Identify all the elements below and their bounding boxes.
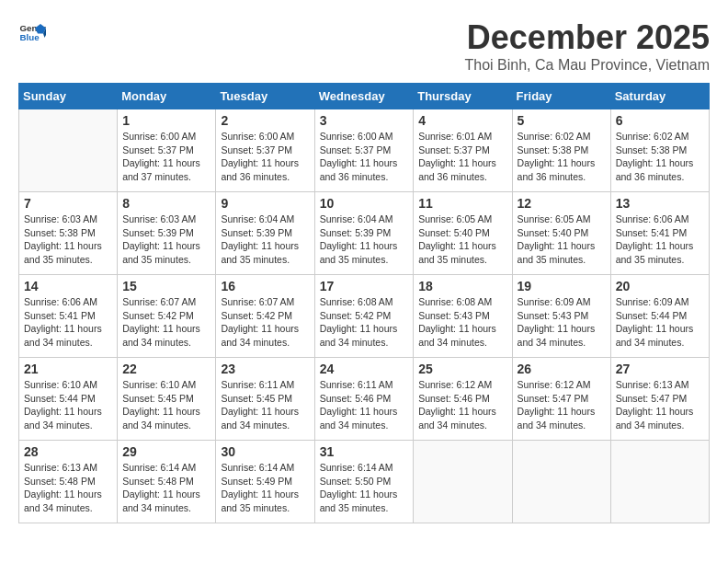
day-number: 6 — [616, 113, 704, 128]
calendar-week-row: 1Sunrise: 6:00 AMSunset: 5:37 PMDaylight… — [19, 109, 710, 192]
day-number: 21 — [24, 362, 112, 376]
day-number: 22 — [122, 362, 210, 376]
header-thursday: Thursday — [414, 84, 512, 109]
day-number: 20 — [616, 279, 704, 293]
calendar-week-row: 7Sunrise: 6:03 AMSunset: 5:38 PMDaylight… — [19, 192, 710, 275]
calendar-cell: 17Sunrise: 6:08 AMSunset: 5:42 PMDayligh… — [314, 275, 414, 358]
header-tuesday: Tuesday — [216, 84, 314, 109]
day-info: Sunrise: 6:03 AMSunset: 5:38 PMDaylight:… — [24, 213, 112, 267]
day-info: Sunrise: 6:11 AMSunset: 5:46 PMDaylight:… — [320, 378, 409, 432]
calendar-cell: 28Sunrise: 6:13 AMSunset: 5:48 PMDayligh… — [19, 441, 118, 523]
day-info: Sunrise: 6:14 AMSunset: 5:48 PMDaylight:… — [122, 461, 210, 515]
day-number: 1 — [122, 113, 210, 128]
calendar-cell: 13Sunrise: 6:06 AMSunset: 5:41 PMDayligh… — [610, 192, 709, 275]
day-info: Sunrise: 6:02 AMSunset: 5:38 PMDaylight:… — [616, 130, 704, 184]
calendar-cell: 26Sunrise: 6:12 AMSunset: 5:47 PMDayligh… — [512, 358, 610, 441]
day-info: Sunrise: 6:07 AMSunset: 5:42 PMDaylight:… — [122, 295, 210, 350]
location-title: Thoi Binh, Ca Mau Province, Vietnam — [465, 57, 711, 74]
day-info: Sunrise: 6:09 AMSunset: 5:44 PMDaylight:… — [616, 295, 704, 350]
calendar-cell: 8Sunrise: 6:03 AMSunset: 5:39 PMDaylight… — [118, 192, 216, 275]
calendar-cell: 5Sunrise: 6:02 AMSunset: 5:38 PMDaylight… — [512, 109, 610, 192]
day-info: Sunrise: 6:03 AMSunset: 5:39 PMDaylight:… — [122, 213, 210, 267]
logo: General Blue — [18, 18, 46, 46]
header-monday: Monday — [118, 84, 216, 109]
day-info: Sunrise: 6:10 AMSunset: 5:44 PMDaylight:… — [24, 378, 112, 432]
day-info: Sunrise: 6:13 AMSunset: 5:48 PMDaylight:… — [24, 461, 112, 515]
day-number: 15 — [122, 279, 210, 293]
calendar-cell: 10Sunrise: 6:04 AMSunset: 5:39 PMDayligh… — [314, 192, 414, 275]
day-info: Sunrise: 6:00 AMSunset: 5:37 PMDaylight:… — [122, 130, 210, 184]
day-number: 31 — [320, 444, 409, 459]
svg-text:Blue: Blue — [20, 32, 40, 42]
day-info: Sunrise: 6:12 AMSunset: 5:46 PMDaylight:… — [418, 378, 506, 432]
calendar-table: SundayMondayTuesdayWednesdayThursdayFrid… — [18, 83, 710, 523]
calendar-cell: 21Sunrise: 6:10 AMSunset: 5:44 PMDayligh… — [19, 358, 118, 441]
calendar-cell: 15Sunrise: 6:07 AMSunset: 5:42 PMDayligh… — [118, 275, 216, 358]
day-info: Sunrise: 6:00 AMSunset: 5:37 PMDaylight:… — [320, 130, 409, 184]
day-number: 5 — [518, 113, 606, 128]
day-info: Sunrise: 6:12 AMSunset: 5:47 PMDaylight:… — [518, 378, 606, 432]
day-number: 3 — [320, 113, 409, 128]
calendar-cell: 24Sunrise: 6:11 AMSunset: 5:46 PMDayligh… — [314, 358, 414, 441]
calendar-cell: 3Sunrise: 6:00 AMSunset: 5:37 PMDaylight… — [314, 109, 414, 192]
calendar-cell: 18Sunrise: 6:08 AMSunset: 5:43 PMDayligh… — [414, 275, 512, 358]
calendar-cell: 30Sunrise: 6:14 AMSunset: 5:49 PMDayligh… — [216, 441, 314, 523]
header-friday: Friday — [512, 84, 610, 109]
calendar-cell: 9Sunrise: 6:04 AMSunset: 5:39 PMDaylight… — [216, 192, 314, 275]
day-info: Sunrise: 6:06 AMSunset: 5:41 PMDaylight:… — [616, 213, 704, 267]
day-info: Sunrise: 6:04 AMSunset: 5:39 PMDaylight:… — [221, 213, 309, 267]
day-info: Sunrise: 6:11 AMSunset: 5:45 PMDaylight:… — [221, 378, 309, 432]
calendar-week-row: 14Sunrise: 6:06 AMSunset: 5:41 PMDayligh… — [19, 275, 710, 358]
calendar-cell: 14Sunrise: 6:06 AMSunset: 5:41 PMDayligh… — [19, 275, 118, 358]
calendar-cell: 1Sunrise: 6:00 AMSunset: 5:37 PMDaylight… — [118, 109, 216, 192]
calendar-week-row: 21Sunrise: 6:10 AMSunset: 5:44 PMDayligh… — [19, 358, 710, 441]
title-block: December 2025 Thoi Binh, Ca Mau Province… — [465, 18, 711, 74]
calendar-cell: 20Sunrise: 6:09 AMSunset: 5:44 PMDayligh… — [610, 275, 709, 358]
calendar-cell: 12Sunrise: 6:05 AMSunset: 5:40 PMDayligh… — [512, 192, 610, 275]
day-info: Sunrise: 6:08 AMSunset: 5:42 PMDaylight:… — [320, 295, 409, 350]
calendar-cell — [512, 441, 610, 523]
day-info: Sunrise: 6:07 AMSunset: 5:42 PMDaylight:… — [221, 295, 309, 350]
day-number: 29 — [122, 444, 210, 459]
day-number: 7 — [24, 196, 112, 211]
day-number: 2 — [221, 113, 309, 128]
day-info: Sunrise: 6:01 AMSunset: 5:37 PMDaylight:… — [418, 130, 506, 184]
calendar-cell — [610, 441, 709, 523]
day-info: Sunrise: 6:14 AMSunset: 5:50 PMDaylight:… — [320, 461, 409, 515]
day-info: Sunrise: 6:04 AMSunset: 5:39 PMDaylight:… — [320, 213, 409, 267]
day-number: 30 — [221, 444, 309, 459]
day-info: Sunrise: 6:09 AMSunset: 5:43 PMDaylight:… — [518, 295, 606, 350]
calendar-cell: 7Sunrise: 6:03 AMSunset: 5:38 PMDaylight… — [19, 192, 118, 275]
calendar-cell: 16Sunrise: 6:07 AMSunset: 5:42 PMDayligh… — [216, 275, 314, 358]
calendar-header-row: SundayMondayTuesdayWednesdayThursdayFrid… — [19, 84, 710, 109]
day-number: 12 — [518, 196, 606, 211]
day-number: 11 — [418, 196, 506, 211]
page-header: General Blue December 2025 Thoi Binh, Ca… — [18, 18, 710, 74]
day-number: 13 — [616, 196, 704, 211]
day-number: 28 — [24, 444, 112, 459]
day-number: 23 — [221, 362, 309, 376]
calendar-cell: 19Sunrise: 6:09 AMSunset: 5:43 PMDayligh… — [512, 275, 610, 358]
calendar-cell: 4Sunrise: 6:01 AMSunset: 5:37 PMDaylight… — [414, 109, 512, 192]
day-number: 26 — [518, 362, 606, 376]
day-info: Sunrise: 6:08 AMSunset: 5:43 PMDaylight:… — [418, 295, 506, 350]
calendar-week-row: 28Sunrise: 6:13 AMSunset: 5:48 PMDayligh… — [19, 441, 710, 523]
day-number: 19 — [518, 279, 606, 293]
month-title: December 2025 — [465, 18, 711, 57]
calendar-cell — [19, 109, 118, 192]
calendar-cell — [414, 441, 512, 523]
day-info: Sunrise: 6:02 AMSunset: 5:38 PMDaylight:… — [518, 130, 606, 184]
day-number: 18 — [418, 279, 506, 293]
day-number: 8 — [122, 196, 210, 211]
header-sunday: Sunday — [19, 84, 118, 109]
calendar-cell: 27Sunrise: 6:13 AMSunset: 5:47 PMDayligh… — [610, 358, 709, 441]
day-number: 25 — [418, 362, 506, 376]
calendar-cell: 6Sunrise: 6:02 AMSunset: 5:38 PMDaylight… — [610, 109, 709, 192]
calendar-cell: 2Sunrise: 6:00 AMSunset: 5:37 PMDaylight… — [216, 109, 314, 192]
day-number: 16 — [221, 279, 309, 293]
day-info: Sunrise: 6:05 AMSunset: 5:40 PMDaylight:… — [418, 213, 506, 267]
day-info: Sunrise: 6:13 AMSunset: 5:47 PMDaylight:… — [616, 378, 704, 432]
day-number: 24 — [320, 362, 409, 376]
calendar-cell: 31Sunrise: 6:14 AMSunset: 5:50 PMDayligh… — [314, 441, 414, 523]
calendar-cell: 11Sunrise: 6:05 AMSunset: 5:40 PMDayligh… — [414, 192, 512, 275]
